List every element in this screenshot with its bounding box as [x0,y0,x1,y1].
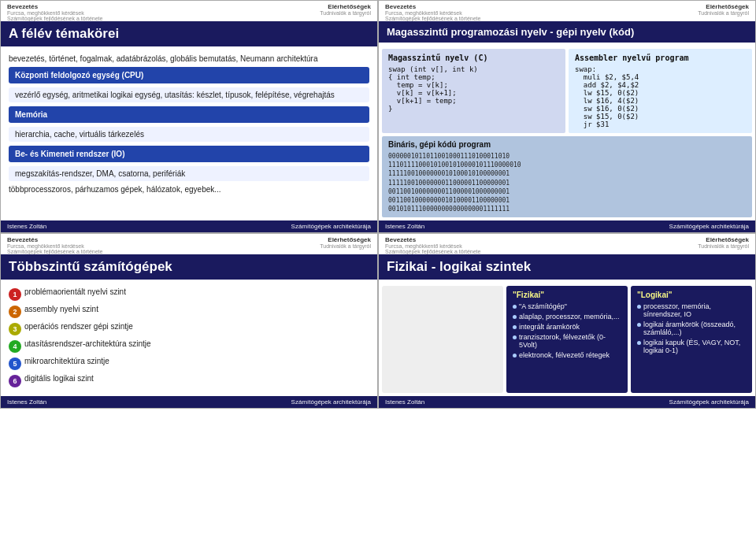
slide4-logikai: "Logikai" processzor, memória, sínrendsz… [631,286,752,393]
slide3-footer-right: Számítógépek architektúrája [291,398,371,406]
number-circle: 2 [9,306,21,318]
bullet-dot [513,325,517,329]
number-circle: 5 [9,358,21,370]
list-item: 1problémaorientált nyelvi szint [9,287,369,301]
slide2-header-left-mid: Furcsa, meghökkentő kérdések [385,10,480,16]
slide2-header-left-bot: Számítógépek fejlődésének a története [385,16,480,21]
slide2-footer: Istenes Zoltán Számítógépek architektúrá… [379,220,755,232]
slide3-header-right-top: Elérhetőségek [320,236,371,243]
slide3-header-right-bot: Tudnivalók a tárgyról [320,243,371,249]
binary-line: 00110010000000011000001000000001 [388,187,746,196]
slide4-header-right-top: Elérhetőségek [698,236,749,243]
bullet-dot [513,354,517,358]
slide4-logikai-items: processzor, memória, sínrendszer, IOlogi… [637,302,746,354]
slide1-intro: bevezetés, történet, fogalmak, adatábráz… [9,54,369,63]
slide2-header: Bevezetés Furcsa, meghökkentő kérdések S… [379,1,755,21]
slide2-asm-title: Assembler nyelvű program [575,54,746,62]
bullet-label: logikai áramkörök (összeadó, számláló,..… [643,320,746,336]
slide4-logikai-label: "Logikai" [637,291,746,299]
slide2-footer-right: Számítógépek architektúrája [669,223,749,230]
bullet-label: processzor, memória, sínrendszer, IO [643,302,746,318]
slide3-title: Többszintű számítógépek [1,254,377,280]
slide1-title: A félév témakörei [1,21,377,46]
bullet-label: elektronok, félvezető rétegek [519,351,610,359]
list-item: 6digitális logikai szint [9,374,369,387]
bullet-dot [513,335,517,339]
slide1-mem-title: Memória [9,106,369,123]
bullet-label: "A számítógép" [519,302,567,310]
list-item-label: problémaorientált nyelvi szint [24,287,126,296]
bullet-item: elektronok, félvezető rétegek [513,351,621,359]
list-item-label: mikroarchitektúra szintje [24,357,109,365]
slide4-header: Bevezetés Furcsa, meghökkentő kérdések S… [379,234,755,254]
slide3-content: 1problémaorientált nyelvi szint2assembly… [1,283,377,396]
list-item-label: digitális logikai szint [24,374,94,383]
slide3-footer: Istenes Zoltán Számítógépek architektúrá… [1,396,377,408]
bullet-dot [637,341,641,345]
binary-line: 00110010000000010100001100000001 [388,196,746,205]
slide2-header-right-bot: Tudnivalók a tárgyról [698,10,749,16]
slide1-header: Bevezetés Furcsa, meghökkentő kérdések S… [1,1,377,21]
slide4-empty [382,286,503,393]
bullet-label: logikai kapuk (ÉS, VAGY, NOT, logikai 0-… [643,339,746,354]
bullet-label: alaplap, processzor, memória,... [519,313,620,320]
slide1-io-title: Be- és Kimeneti rendszer (IO) [9,146,369,162]
slide4-footer-left: Istenes Zoltán [385,398,424,406]
slide4-footer-right: Számítógépek architektúrája [669,398,749,406]
slide3-header: Bevezetés Furcsa, meghökkentő kérdések S… [1,234,377,254]
slide1-header-left-top: Bevezetés [7,3,102,10]
slide1-mem-text: hierarchia, cache, virtuális tárkezelés [9,127,369,142]
list-item: 4utasításrendszer-architektúra szintje [9,339,369,353]
binary-line: 11101111000101001010000101110000010 [388,161,746,169]
list-item: 3operációs rendszer gépi szintje [9,322,369,335]
bullet-item: tranzisztorok, félvezetők (0-5Volt) [513,333,621,349]
slide2-asm-box: Assembler nyelvű program swap: muli $2, … [569,49,752,133]
slide1-header-left-mid: Furcsa, meghökkentő kérdések [7,10,102,16]
number-circle: 6 [9,375,21,387]
bullet-dot [637,305,641,309]
number-circle: 3 [9,323,21,335]
list-item-label: utasításrendszer-architektúra szintje [24,339,151,348]
bullet-label: tranzisztorok, félvezetők (0-5Volt) [519,333,621,349]
slide4-content: "Fizikai" "A számítógép"alaplap, process… [379,283,755,396]
slide1-footer: Istenes Zoltán Számítógépek architektúrá… [1,220,377,232]
slide2-binary: Bináris, gépi kódú program 0000001011011… [382,136,752,217]
slide2-header-left-top: Bevezetés [385,3,480,10]
slide1-header-left-bot: Számítógépek fejlődésének a története [7,16,102,21]
slide3-footer-left: Istenes Zoltán [7,398,46,406]
slide2-c-code: swap (int v[], int k) { int temp; temp =… [388,65,559,113]
slide2-c-title: Magasszintű nyelv (C) [388,54,559,62]
slide4-fizikai: "Fizikai" "A számítógép"alaplap, process… [506,286,628,393]
slide4-title: Fizikai - logikai szintek [379,254,755,280]
list-item: 5mikroarchitektúra szintje [9,357,369,370]
slide1-header-right-bot: Tudnivalók a tárgyról [320,10,371,16]
bullet-item: integrált áramkörök [513,323,621,331]
slide3-header-left-mid: Furcsa, meghökkentő kérdések [7,243,102,249]
slide-1: Bevezetés Furcsa, meghökkentő kérdések S… [0,0,378,233]
slide3-header-left-bot: Számítógépek fejlődésének a története [7,249,102,254]
bullet-item: "A számítógép" [513,302,621,310]
slide1-cpu-text: vezérlő egység, aritmetikai logikai egys… [9,87,369,102]
bullet-dot [513,315,517,319]
list-item: 2assembly nyelvi szint [9,305,369,318]
slide4-fizikai-label: "Fizikai" [513,291,621,299]
bullet-item: logikai kapuk (ÉS, VAGY, NOT, logikai 0-… [637,339,746,354]
slide1-content: bevezetés, történet, fogalmak, adatábráz… [1,50,377,220]
slide1-io-text: megszakítás-rendszer, DMA, csatorna, per… [9,166,369,181]
number-circle: 1 [9,288,21,301]
slide2-asm-code: swap: muli $2, $5,4 add $2, $4,$2 lw $15… [575,65,746,128]
slide2-bin-title: Bináris, gépi kódú program [388,140,746,149]
slide2-c-box: Magasszintű nyelv (C) swap (int v[], int… [382,49,565,133]
binary-line: 00101011100000000000000001111111 [388,205,746,213]
bullet-dot [637,323,641,327]
slide-3: Bevezetés Furcsa, meghökkentő kérdések S… [0,233,378,409]
bullet-item: alaplap, processzor, memória,... [513,313,621,320]
bullet-label: integrált áramkörök [519,323,580,331]
slide2-bin-lines: 0000001011011001000111010001101011101111… [388,152,746,213]
bullet-item: processzor, memória, sínrendszer, IO [637,302,746,318]
slide1-header-right-top: Elérhetőségek [320,3,371,10]
slide-4: Bevezetés Furcsa, meghökkentő kérdések S… [378,233,756,409]
binary-line: 11111001000000011000001100000001 [388,179,746,187]
slide3-header-left-top: Bevezetés [7,236,102,243]
slide4-footer: Istenes Zoltán Számítógépek architektúrá… [379,396,755,408]
